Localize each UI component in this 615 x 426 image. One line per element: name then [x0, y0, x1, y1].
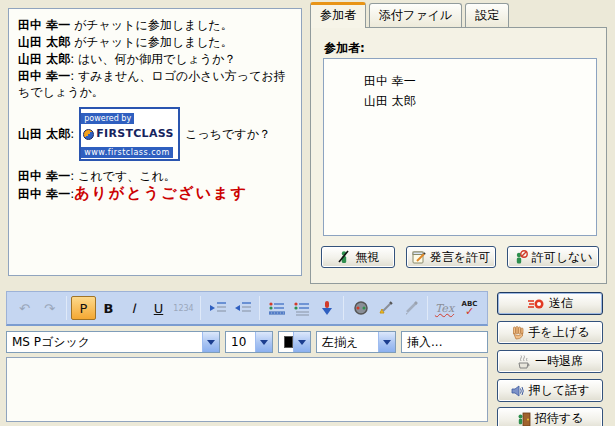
chat-transcript[interactable]: 田中 幸一 がチャットに参加しました。 山田 太郎 がチャットに参加しました。 …: [8, 8, 302, 276]
globe-icon: [83, 129, 94, 140]
participants-list[interactable]: 田中 幸一 山田 太郎: [323, 58, 597, 236]
plain-style-button[interactable]: P: [71, 296, 96, 320]
format-apply-icon[interactable]: [398, 296, 423, 320]
list-style-hatched-icon[interactable]: [264, 296, 289, 320]
tab-participants[interactable]: 参加者: [310, 2, 366, 28]
chat-message: 田中 幸一 がチャットに参加しました。: [18, 17, 292, 33]
send-button[interactable]: 送信: [497, 292, 603, 315]
format-picker-icon[interactable]: [373, 296, 398, 320]
list-style-icon[interactable]: [289, 296, 314, 320]
sender-name: 山田 太郎:: [18, 126, 74, 142]
firstclass-logo: powered by FIRSTCLASS www.firstclass.com: [79, 107, 180, 161]
sender-name: 田中 幸一: [18, 18, 70, 32]
font-name-select[interactable]: MS Pゴシック: [6, 331, 220, 353]
participant-item[interactable]: 山田 太郎: [324, 91, 596, 111]
signature-icon[interactable]: Tex: [432, 296, 457, 320]
message-text: : はい、何か御用でしょうか？: [70, 52, 236, 66]
message-input[interactable]: [6, 357, 488, 422]
undo-icon[interactable]: ↶: [12, 296, 37, 320]
toolbar-separator: [427, 296, 428, 320]
toolbar-separator: [259, 296, 260, 320]
chat-window: 田中 幸一 がチャットに参加しました。 山田 太郎 がチャットに参加しました。 …: [0, 0, 615, 426]
italic-button[interactable]: I: [121, 296, 146, 320]
history-wheel-icon[interactable]: [348, 296, 373, 320]
spellcheck-icon[interactable]: ABC✓: [457, 296, 482, 320]
panel-tabs: 参加者 添付ファイル 設定: [310, 4, 512, 28]
speaker-icon: [511, 384, 525, 398]
toolbar-separator: [343, 296, 344, 320]
person-slash-icon: [337, 250, 351, 264]
moderation-buttons: 無視 発言を許可 許可しない: [321, 246, 599, 268]
toolbar-separator: [200, 296, 201, 320]
indent-increase-icon[interactable]: [205, 296, 230, 320]
chevron-down-icon[interactable]: [293, 332, 310, 352]
chat-message: 山田 太郎 がチャットに参加しました。: [18, 34, 292, 50]
move-down-icon[interactable]: [314, 296, 339, 320]
logo-url: www.firstclass.com: [81, 147, 173, 158]
invite-button[interactable]: 招待する: [497, 407, 603, 426]
chevron-down-icon[interactable]: [378, 332, 395, 352]
chat-message-with-logo: 山田 太郎: powered by FIRSTCLASS www.firstcl…: [18, 107, 292, 161]
chat-message: 山田 太郎: はい、何か御用でしょうか？: [18, 51, 292, 67]
hand-icon: [511, 326, 525, 340]
raise-hand-button[interactable]: 手を上げる: [497, 321, 603, 344]
color-swatch: [284, 336, 293, 348]
step-away-button[interactable]: 一時退席: [497, 350, 603, 373]
text-color-select[interactable]: [278, 331, 311, 353]
chat-message: 田中 幸一:ありがとうございます: [18, 185, 292, 202]
tab-settings[interactable]: 設定: [465, 3, 509, 28]
message-text: こっちですか？: [185, 126, 271, 142]
disallow-button[interactable]: 許可しない: [507, 246, 599, 268]
logo-brand: FIRSTCLASS: [96, 126, 173, 142]
sender-name: 山田 太郎: [18, 35, 70, 49]
push-to-talk-button[interactable]: 押して話す: [497, 379, 603, 402]
font-settings-row: MS Pゴシック 10 左揃え 挿入...: [6, 331, 488, 354]
ignore-button[interactable]: 無視: [321, 246, 395, 268]
message-text: : これです、これ。: [70, 169, 176, 183]
emphasized-message-text: ありがとうございます: [74, 184, 248, 202]
chat-message: 田中 幸一: これです、これ。: [18, 168, 292, 184]
font-size-select[interactable]: 10: [225, 331, 273, 353]
insert-select[interactable]: 挿入...: [401, 331, 488, 353]
sender-name: 山田 太郎: [18, 52, 70, 66]
underline-button[interactable]: U: [146, 296, 171, 320]
redo-icon[interactable]: ↷: [37, 296, 62, 320]
participants-panel: 参加者: 田中 幸一 山田 太郎 無視 発言を許可 許: [310, 27, 607, 284]
sender-name: 田中 幸一: [18, 169, 70, 183]
message-text: がチャットに参加しました。: [70, 35, 233, 49]
message-text: がチャットに参加しました。: [70, 18, 233, 32]
send-icon: [527, 297, 545, 311]
door-person-icon: [517, 412, 531, 426]
toolbar-separator: [66, 296, 67, 320]
notepad-pencil-icon: [412, 250, 426, 264]
chat-message: 田中 幸一: すみません、ロゴの小さい方ってお持ちでしょうか。: [18, 68, 292, 100]
fixed-size-button[interactable]: 1234: [171, 296, 196, 320]
sender-name: 田中 幸一: [18, 187, 70, 201]
tab-attachments[interactable]: 添付ファイル: [369, 3, 462, 28]
chevron-down-icon[interactable]: [255, 332, 272, 352]
participants-label: 参加者:: [324, 40, 365, 57]
bold-button[interactable]: B: [96, 296, 121, 320]
participant-item[interactable]: 田中 幸一: [324, 71, 596, 91]
coffee-cup-icon: [517, 355, 531, 369]
allow-speech-button[interactable]: 発言を許可: [406, 246, 496, 268]
formatting-toolbar: ↶ ↷ P B I U 1234: [6, 291, 488, 326]
alignment-select[interactable]: 左揃え: [316, 331, 396, 353]
logo-powered-by: powered by: [81, 113, 134, 124]
sender-name: 田中 幸一: [18, 69, 70, 83]
indent-decrease-icon[interactable]: [230, 296, 255, 320]
person-no-icon: [514, 250, 528, 264]
chevron-down-icon[interactable]: [202, 332, 219, 352]
